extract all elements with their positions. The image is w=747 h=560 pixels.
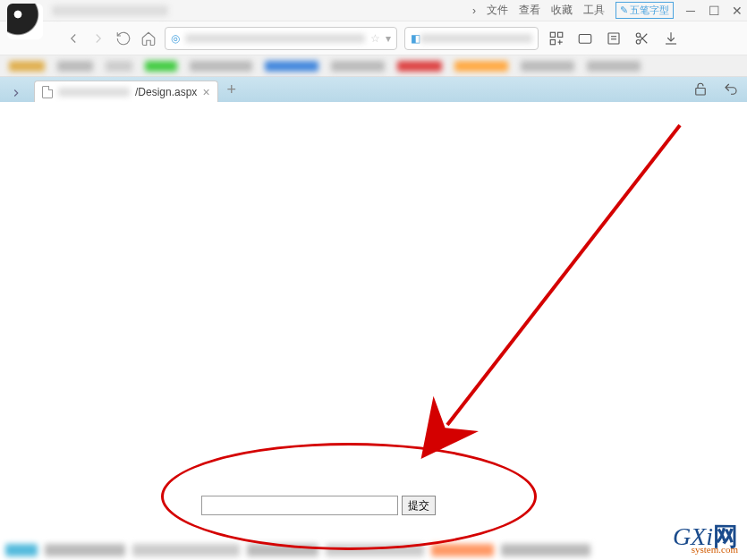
menu-favorites[interactable]: 收藏 <box>551 3 573 18</box>
new-tab-button[interactable]: + <box>218 81 246 99</box>
bookmark-item[interactable] <box>587 61 641 72</box>
window-titlebar: › 文件 查看 收藏 工具 ✎ 五笔字型 ─ ☐ ✕ <box>0 0 747 21</box>
addr-dropdown-icon[interactable]: ▾ <box>386 32 391 45</box>
maximize-button[interactable]: ☐ <box>708 4 720 17</box>
search-engine-icon: ◧ <box>411 32 420 45</box>
bookmarks-bar <box>0 55 747 77</box>
extensions-icon[interactable] <box>546 28 567 49</box>
download-icon[interactable] <box>660 28 682 49</box>
taskbar-blurred <box>0 540 747 560</box>
back-button[interactable] <box>64 30 82 47</box>
menu-file[interactable]: 文件 <box>487 3 508 18</box>
address-bar[interactable]: ◎ ☆ ▾ <box>165 27 397 50</box>
addr-star-icon[interactable]: ☆ <box>370 32 380 45</box>
form-container: 提交 <box>201 496 436 515</box>
search-box[interactable]: ◧ <box>404 27 539 50</box>
svg-rect-5 <box>579 34 591 43</box>
bookmark-item[interactable] <box>57 61 93 72</box>
watermark: GXi网 system.com <box>673 525 738 555</box>
bookmark-item[interactable] <box>265 61 318 72</box>
ime-label: 五笔字型 <box>630 4 669 17</box>
browser-tab[interactable]: /Design.aspx × <box>34 81 218 102</box>
text-input[interactable] <box>201 496 398 515</box>
tab-title-blurred <box>58 88 130 97</box>
minimize-button[interactable]: ─ <box>684 4 697 17</box>
menu-arrow[interactable]: › <box>472 4 476 17</box>
bookmark-item[interactable] <box>454 61 508 72</box>
reload-button[interactable] <box>115 30 132 47</box>
bookmark-item[interactable] <box>397 61 442 72</box>
tab-expand-toggle[interactable] <box>5 84 27 102</box>
ime-icon: ✎ <box>620 4 628 16</box>
site-icon: ◎ <box>171 32 180 45</box>
svg-rect-1 <box>558 32 563 37</box>
address-blurred <box>185 34 365 43</box>
page-content: 提交 <box>0 102 747 540</box>
search-blurred <box>420 34 532 43</box>
reader-icon[interactable] <box>603 28 624 49</box>
menu-tools[interactable]: 工具 <box>583 3 605 18</box>
tab-bar: /Design.aspx × + <box>0 77 747 102</box>
home-button[interactable] <box>140 30 157 47</box>
close-button[interactable]: ✕ <box>731 4 743 17</box>
submit-button[interactable]: 提交 <box>402 496 436 515</box>
svg-rect-6 <box>608 33 619 44</box>
window-title-blurred <box>52 5 168 16</box>
tab-close-button[interactable]: × <box>202 85 209 99</box>
menu-view[interactable]: 查看 <box>519 3 540 18</box>
scissors-icon[interactable] <box>632 28 653 49</box>
bookmark-item[interactable] <box>9 61 45 72</box>
bookmark-item[interactable] <box>106 61 132 72</box>
lock-icon[interactable] <box>690 79 711 100</box>
bookmark-item[interactable] <box>190 61 252 72</box>
undo-icon[interactable] <box>720 79 742 100</box>
svg-rect-15 <box>696 89 706 96</box>
file-icon <box>42 86 53 98</box>
tab-title-suffix: /Design.aspx <box>135 86 197 98</box>
titlebar-right: › 文件 查看 收藏 工具 ✎ 五笔字型 ─ ☐ ✕ <box>472 2 743 19</box>
user-avatar[interactable] <box>7 4 43 39</box>
wallet-icon[interactable] <box>574 28 596 49</box>
bookmark-item[interactable] <box>331 61 385 72</box>
bookmark-item[interactable] <box>145 61 177 72</box>
forward-button[interactable] <box>89 30 107 47</box>
ime-badge[interactable]: ✎ 五笔字型 <box>615 2 674 19</box>
bookmark-item[interactable] <box>521 61 574 72</box>
svg-rect-0 <box>550 32 555 37</box>
svg-rect-2 <box>550 39 555 44</box>
navbar: ◎ ☆ ▾ ◧ <box>0 21 747 55</box>
